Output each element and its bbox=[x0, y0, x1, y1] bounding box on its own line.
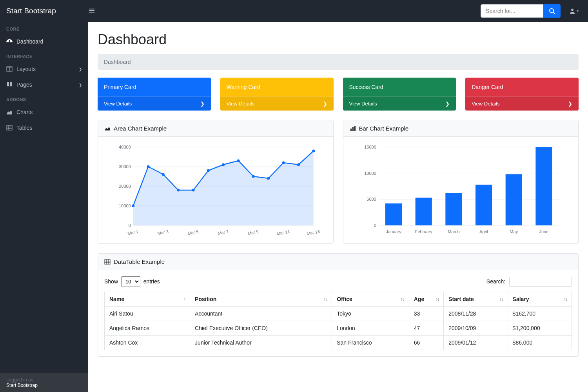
svg-rect-40 bbox=[350, 129, 352, 131]
svg-text:5000: 5000 bbox=[367, 197, 376, 201]
chevron-right-icon: ❯ bbox=[200, 101, 205, 107]
svg-text:January: January bbox=[386, 229, 401, 234]
column-header[interactable]: Age↑↓ bbox=[409, 292, 443, 307]
sidebar-item-tables[interactable]: Tables bbox=[0, 120, 88, 136]
svg-rect-6 bbox=[7, 125, 12, 130]
card-title: Danger Card bbox=[465, 78, 579, 96]
user-menu[interactable]: ▼ bbox=[567, 5, 582, 16]
datatable-length-select[interactable]: 10 bbox=[121, 276, 140, 287]
logged-in-label: Logged in as: bbox=[6, 377, 82, 383]
svg-text:0: 0 bbox=[374, 223, 376, 228]
svg-rect-57 bbox=[475, 185, 492, 225]
sort-icon: ↑↓ bbox=[323, 297, 328, 301]
panel-title: Bar Chart Example bbox=[359, 125, 409, 132]
svg-point-37 bbox=[282, 162, 285, 164]
search-input[interactable] bbox=[481, 4, 543, 18]
svg-rect-63 bbox=[105, 260, 110, 264]
card-link-warning[interactable]: View Details ❯ bbox=[220, 96, 334, 111]
table-cell: 33 bbox=[409, 307, 443, 321]
page-title: Dashboard bbox=[98, 31, 579, 48]
svg-point-38 bbox=[297, 163, 300, 166]
bar-chart: 050001000015000JanuaryFebruaryMarchApril… bbox=[350, 143, 572, 237]
sidebar-item-label: Layouts bbox=[16, 66, 36, 72]
card-danger: Danger Card View Details ❯ bbox=[465, 78, 579, 111]
sidebar-item-label: Tables bbox=[16, 125, 32, 131]
logged-in-user: Start Bootstrap bbox=[6, 383, 82, 388]
svg-text:Mar 7: Mar 7 bbox=[217, 229, 229, 236]
sidebar-item-dashboard[interactable]: Dashboard bbox=[0, 34, 88, 49]
tachometer-icon bbox=[6, 38, 13, 45]
svg-text:0: 0 bbox=[129, 223, 131, 228]
card-link-primary[interactable]: View Details ❯ bbox=[98, 96, 211, 111]
svg-point-28 bbox=[147, 165, 150, 168]
column-header[interactable]: Name↑ bbox=[105, 292, 190, 307]
sidebar-heading-addons: ADDONS bbox=[0, 93, 88, 104]
sidebar-item-label: Charts bbox=[16, 109, 33, 115]
datatable-length: Show 10 entries bbox=[104, 276, 160, 287]
sort-icon: ↑ bbox=[184, 297, 186, 301]
search-group bbox=[481, 4, 561, 18]
card-link-danger[interactable]: View Details ❯ bbox=[465, 96, 579, 111]
svg-point-2 bbox=[571, 9, 573, 11]
sidebar-item-label: Pages bbox=[16, 82, 32, 88]
column-header[interactable]: Position↑↓ bbox=[190, 292, 332, 307]
table-cell: San Francisco bbox=[332, 336, 409, 350]
svg-point-32 bbox=[207, 169, 210, 172]
sidebar-item-charts[interactable]: Charts bbox=[0, 104, 88, 120]
card-link-success[interactable]: View Details ❯ bbox=[343, 96, 456, 111]
svg-text:Mar 13: Mar 13 bbox=[306, 229, 320, 236]
table-cell: London bbox=[332, 321, 409, 336]
svg-text:10000: 10000 bbox=[364, 171, 376, 176]
table-cell: $1,200,000 bbox=[508, 321, 572, 336]
svg-text:30000: 30000 bbox=[119, 164, 131, 169]
column-header[interactable]: Start date↑↓ bbox=[444, 292, 508, 307]
panel-title: DataTable Example bbox=[114, 258, 165, 265]
svg-text:Mar 1: Mar 1 bbox=[127, 229, 139, 236]
svg-point-27 bbox=[132, 205, 134, 207]
chart-area-icon bbox=[6, 109, 13, 115]
svg-rect-59 bbox=[505, 174, 522, 225]
sidebar-heading-core: CORE bbox=[0, 22, 88, 34]
topbar: Start Bootstrap ▼ bbox=[0, 0, 588, 22]
table-cell: 2008/11/28 bbox=[444, 307, 508, 321]
main-content: Dashboard Dashboard Primary Card View De… bbox=[88, 22, 588, 392]
column-header[interactable]: Office↑↓ bbox=[332, 292, 409, 307]
caret-down-icon: ▼ bbox=[576, 9, 579, 13]
table-cell: 47 bbox=[409, 321, 443, 336]
sidebar-footer: Logged in as: Start Bootstrap bbox=[0, 373, 88, 392]
sidebar-item-pages[interactable]: Pages ❯ bbox=[0, 77, 88, 93]
card-title: Success Card bbox=[343, 78, 456, 96]
svg-rect-41 bbox=[352, 127, 354, 131]
table-cell: Airi Satou bbox=[105, 307, 190, 321]
chevron-right-icon: ❯ bbox=[323, 101, 327, 107]
card-title: Warning Card bbox=[220, 78, 334, 96]
svg-point-36 bbox=[267, 177, 270, 180]
svg-text:April: April bbox=[479, 229, 488, 234]
table-row: Airi SatouAccountantTokyo332008/11/28$16… bbox=[105, 307, 572, 321]
svg-text:Mar 3: Mar 3 bbox=[157, 229, 169, 236]
table-cell: Accountant bbox=[190, 307, 332, 321]
area-chart-panel: Area Chart Example 010000200003000040000… bbox=[98, 120, 334, 244]
bars-icon bbox=[89, 7, 95, 14]
svg-line-1 bbox=[553, 12, 555, 14]
svg-text:Mar 11: Mar 11 bbox=[276, 229, 290, 236]
table-icon bbox=[6, 125, 13, 131]
sidebar-item-layouts[interactable]: Layouts ❯ bbox=[0, 61, 88, 77]
svg-text:Mar 5: Mar 5 bbox=[187, 229, 199, 236]
menu-toggle[interactable] bbox=[86, 5, 97, 17]
table-row: Ashton CoxJunior Technical AuthorSan Fra… bbox=[105, 336, 572, 350]
svg-rect-51 bbox=[385, 203, 402, 225]
datatable: Name↑Position↑↓Office↑↓Age↑↓Start date↑↓… bbox=[104, 292, 572, 350]
svg-text:February: February bbox=[415, 229, 432, 234]
book-icon bbox=[6, 82, 13, 88]
column-header[interactable]: Salary↑↓ bbox=[508, 292, 572, 307]
chevron-right-icon: ❯ bbox=[568, 101, 572, 107]
search-button[interactable] bbox=[543, 4, 561, 18]
svg-point-0 bbox=[550, 9, 554, 13]
card-warning: Warning Card View Details ❯ bbox=[220, 78, 334, 111]
area-chart: 010000200003000040000Mar 1Mar 3Mar 5Mar … bbox=[104, 143, 327, 237]
brand[interactable]: Start Bootstrap bbox=[6, 7, 74, 15]
table-row: Angelica RamosChief Executive Officer (C… bbox=[105, 321, 572, 336]
datatable-search-input[interactable] bbox=[509, 277, 572, 287]
user-icon bbox=[569, 8, 575, 14]
